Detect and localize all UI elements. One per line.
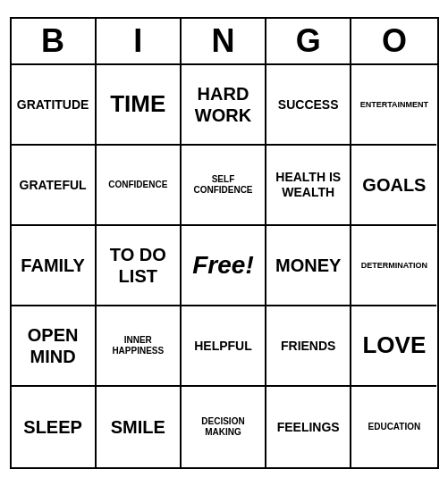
bingo-cell: SELF CONFIDENCE xyxy=(182,146,266,226)
header-letter: B xyxy=(12,19,97,63)
bingo-cell: EDUCATION xyxy=(351,387,436,467)
bingo-cell: ENTERTAINMENT xyxy=(351,65,436,146)
cell-text: ENTERTAINMENT xyxy=(360,100,428,110)
cell-text: TO DO LIST xyxy=(100,244,176,287)
bingo-cell: GOALS xyxy=(351,146,436,226)
cell-text: HELPFUL xyxy=(194,339,252,354)
header-letter: O xyxy=(351,19,436,63)
header-letter: G xyxy=(266,19,351,63)
cell-text: HEALTH IS WEALTH xyxy=(270,170,346,200)
cell-text: INNER HAPPINESS xyxy=(100,335,176,356)
cell-text: SUCCESS xyxy=(278,97,339,113)
cell-text: Free! xyxy=(192,251,253,280)
bingo-cell: TIME xyxy=(97,65,182,146)
bingo-card: BINGO GRATITUDETIMEHARD WORKSUCCESSENTER… xyxy=(10,17,439,469)
cell-text: FAMILY xyxy=(21,255,85,276)
bingo-cell: FAMILY xyxy=(12,226,97,306)
cell-text: CONFIDENCE xyxy=(108,180,167,190)
bingo-cell: DECISION MAKING xyxy=(182,387,266,467)
cell-text: HARD WORK xyxy=(185,83,261,126)
cell-text: LOVE xyxy=(362,331,426,359)
cell-text: SELF CONFIDENCE xyxy=(185,174,261,196)
bingo-cell: Free! xyxy=(182,226,266,306)
bingo-cell: INNER HAPPINESS xyxy=(97,306,182,387)
bingo-cell: SMILE xyxy=(97,387,182,467)
bingo-cell: LOVE xyxy=(351,306,436,387)
bingo-cell: MONEY xyxy=(266,226,351,306)
bingo-cell: GRATEFUL xyxy=(12,146,97,226)
cell-text: OPEN MIND xyxy=(15,324,91,367)
cell-text: TIME xyxy=(110,90,165,118)
header-letter: I xyxy=(97,19,182,63)
bingo-cell: HELPFUL xyxy=(182,306,266,387)
cell-text: GOALS xyxy=(362,174,426,196)
cell-text: GRATITUDE xyxy=(17,97,89,113)
cell-text: GRATEFUL xyxy=(20,178,87,193)
cell-text: DETERMINATION xyxy=(361,261,427,271)
bingo-cell: GRATITUDE xyxy=(12,65,97,146)
bingo-grid: GRATITUDETIMEHARD WORKSUCCESSENTERTAINME… xyxy=(12,65,437,467)
bingo-cell: CONFIDENCE xyxy=(97,146,182,226)
cell-text: EDUCATION xyxy=(368,422,421,432)
bingo-cell: FRIENDS xyxy=(266,306,351,387)
bingo-cell: DETERMINATION xyxy=(351,226,436,306)
bingo-cell: TO DO LIST xyxy=(97,226,182,306)
cell-text: SLEEP xyxy=(23,416,82,438)
cell-text: SMILE xyxy=(111,416,165,438)
cell-text: DECISION MAKING xyxy=(185,416,261,438)
cell-text: FEELINGS xyxy=(277,420,340,435)
bingo-cell: SLEEP xyxy=(12,387,97,467)
header-letter: N xyxy=(182,19,266,63)
bingo-cell: HARD WORK xyxy=(182,65,266,146)
bingo-header: BINGO xyxy=(12,19,437,65)
cell-text: MONEY xyxy=(275,255,341,276)
bingo-cell: HEALTH IS WEALTH xyxy=(266,146,351,226)
bingo-cell: OPEN MIND xyxy=(12,306,97,387)
bingo-cell: FEELINGS xyxy=(266,387,351,467)
bingo-cell: SUCCESS xyxy=(266,65,351,146)
cell-text: FRIENDS xyxy=(281,339,335,354)
